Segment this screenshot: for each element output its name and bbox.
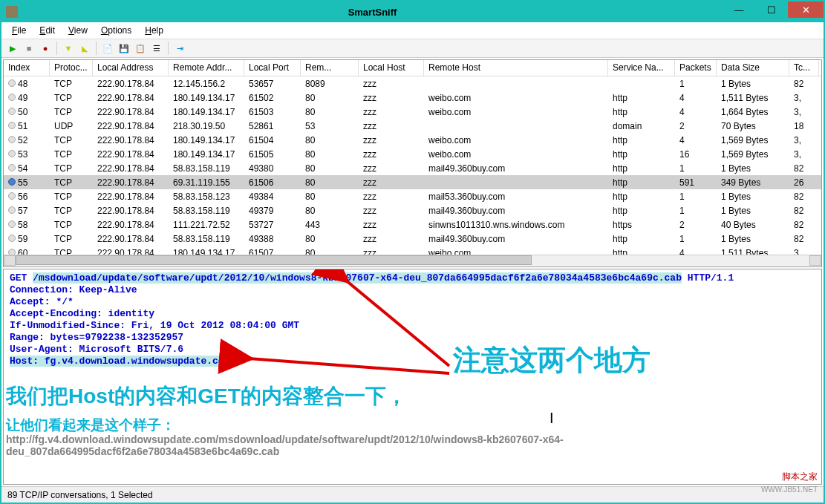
- table-row[interactable]: 50TCP222.90.178.84180.149.134.176150380z…: [4, 105, 821, 119]
- row-status-icon: [8, 150, 16, 157]
- table-row[interactable]: 54TCP222.90.178.8458.83.158.1194938080zz…: [4, 161, 821, 175]
- table-row[interactable]: 56TCP222.90.178.8458.83.158.1234938480zz…: [4, 189, 821, 203]
- row-status-icon: [8, 206, 16, 214]
- text-cursor-icon: I: [550, 410, 554, 427]
- status-text: 89 TCP/IP conversations, 1 Selected: [7, 490, 153, 500]
- menu-edit[interactable]: Edit: [33, 24, 61, 37]
- menu-view[interactable]: View: [62, 24, 94, 37]
- col-remote-addr[interactable]: Remote Addr...: [169, 60, 244, 76]
- watermark-name: 脚本之家: [782, 471, 818, 483]
- row-status-icon: [8, 94, 16, 101]
- col-remote-host[interactable]: Remote Host: [424, 60, 608, 76]
- minimize-button[interactable]: —: [723, 1, 755, 18]
- filter2-icon[interactable]: ◣: [78, 42, 91, 55]
- http-version: HTTP/1.1: [688, 272, 734, 284]
- row-status-icon: [8, 108, 16, 115]
- scroll-left-button[interactable]: [4, 255, 16, 266]
- row-status-icon: [8, 79, 16, 87]
- table-row[interactable]: 52TCP222.90.178.84180.149.134.176150480z…: [4, 133, 821, 147]
- col-tc[interactable]: Tc...: [789, 60, 819, 76]
- table-row[interactable]: 53TCP222.90.178.84180.149.134.176150580z…: [4, 147, 821, 161]
- col-index[interactable]: Index: [4, 60, 50, 76]
- exit-icon[interactable]: ⇥: [173, 42, 186, 55]
- header-accept-encoding: Accept-Encoding: identity: [10, 308, 815, 320]
- titlebar[interactable]: SmartSniff — ☐ ✕: [1, 1, 824, 22]
- col-local-port[interactable]: Local Port: [244, 60, 301, 76]
- row-status-icon: [8, 136, 16, 143]
- menu-options[interactable]: Options: [95, 24, 137, 37]
- start-capture-button[interactable]: ▶: [6, 42, 19, 55]
- save-icon[interactable]: 💾: [117, 42, 131, 55]
- col-remote-port[interactable]: Rem...: [301, 60, 359, 76]
- app-icon: [6, 6, 18, 18]
- http-method: GET: [10, 272, 27, 284]
- grid-header[interactable]: Index Protoc... Local Address Remote Add…: [4, 60, 821, 76]
- connections-grid[interactable]: Index Protoc... Local Address Remote Add…: [3, 59, 822, 267]
- table-row[interactable]: 49TCP222.90.178.84180.149.134.176150280z…: [4, 91, 821, 105]
- header-range: Range: bytes=9792238-132352957: [10, 332, 815, 344]
- col-data-size[interactable]: Data Size: [717, 60, 789, 76]
- record-button[interactable]: ●: [39, 42, 52, 55]
- table-row[interactable]: 59TCP222.90.178.8458.83.158.1194938880zz…: [4, 232, 821, 246]
- row-status-icon: [8, 235, 16, 242]
- window-title: SmartSniff: [22, 7, 723, 18]
- props-icon[interactable]: ☰: [150, 42, 163, 55]
- scroll-thumb[interactable]: [16, 255, 532, 265]
- menu-file[interactable]: File: [6, 24, 32, 37]
- h-scrollbar[interactable]: [4, 255, 821, 266]
- copy-icon[interactable]: 📋: [134, 42, 147, 55]
- table-row[interactable]: 48TCP222.90.178.8412.145.156.2536578089z…: [4, 76, 821, 91]
- new-icon[interactable]: 📄: [101, 42, 114, 55]
- table-row[interactable]: 55TCP222.90.178.8469.31.119.1556150680zz…: [4, 175, 821, 189]
- col-local-host[interactable]: Local Host: [359, 60, 424, 76]
- row-status-icon: [8, 164, 16, 171]
- menubar: File Edit View Options Help: [1, 22, 824, 39]
- row-status-icon: [8, 249, 16, 255]
- toolbar: ▶ ■ ● ▼ ◣ 📄 💾 📋 ☰ ⇥: [1, 39, 824, 58]
- watermark-url: WWW.JB51.NET: [761, 485, 818, 494]
- row-status-icon: [8, 220, 16, 228]
- col-service[interactable]: Service Na...: [608, 60, 675, 76]
- header-if-unmodified: If-Unmodified-Since: Fri, 19 Oct 2012 08…: [10, 320, 815, 332]
- statusbar: 89 TCP/IP conversations, 1 Selected: [1, 486, 824, 503]
- col-packets[interactable]: Packets: [675, 60, 717, 76]
- menu-help[interactable]: Help: [139, 24, 169, 37]
- filter-icon[interactable]: ▼: [62, 42, 75, 55]
- row-status-icon: [8, 178, 16, 186]
- detail-pane[interactable]: GET /msdownload/update/software/updt/201…: [3, 269, 822, 485]
- header-user-agent: User-Agent: Microsoft BITS/7.6: [10, 344, 815, 356]
- scroll-right-button[interactable]: [809, 255, 821, 266]
- col-protocol[interactable]: Protoc...: [50, 60, 93, 76]
- maximize-button[interactable]: ☐: [755, 1, 788, 18]
- table-row[interactable]: 57TCP222.90.178.8458.83.158.1194937980zz…: [4, 203, 821, 217]
- header-host: Host: fg.v4.download.windowsupdate.com: [10, 356, 229, 367]
- table-row[interactable]: 58TCP222.90.178.84111.221.72.5253727443z…: [4, 217, 821, 232]
- row-status-icon: [8, 192, 16, 200]
- table-row[interactable]: 60TCP222.90.178.84180.149.134.176150780z…: [4, 246, 821, 255]
- row-status-icon: [8, 122, 16, 129]
- http-path: /msdownload/update/software/updt/2012/10…: [33, 272, 682, 284]
- table-row[interactable]: 51UDP222.90.178.84218.30.19.505286153zzz…: [4, 119, 821, 133]
- col-local-addr[interactable]: Local Address: [93, 60, 169, 76]
- stop-capture-button[interactable]: ■: [22, 42, 36, 55]
- close-button[interactable]: ✕: [788, 1, 824, 18]
- header-accept: Accept: */*: [10, 296, 815, 308]
- header-connection: Connection: Keep-Alive: [10, 284, 815, 296]
